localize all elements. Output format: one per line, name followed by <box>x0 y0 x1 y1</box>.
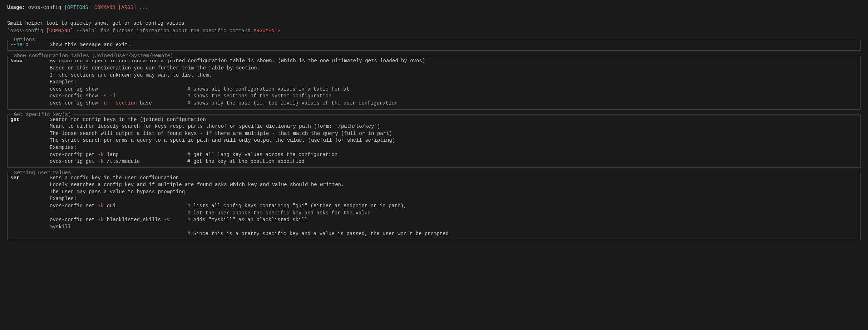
usage-args: [ARGS] <box>118 5 136 10</box>
set-section-box: Setting user values set Sets a config ke… <box>7 173 861 240</box>
set-ex1-flags: -k <box>98 203 104 209</box>
set-ex2-flags1: -k <box>98 217 104 223</box>
get-examples-label: Examples: <box>50 144 858 151</box>
set-ex2-comment2: # Since this is a pretty specific key an… <box>187 230 449 238</box>
show-ex3-comment: # shows only the base (ie. top level) va… <box>187 100 398 107</box>
show-ex1-comment: # shows all the configuration values in … <box>187 86 350 93</box>
set-ex2-comment: # Adds "myskill" as an blacklisted skill <box>187 217 307 230</box>
usage-label: Usage: <box>7 5 25 10</box>
options-box: Options --help Show this message and exi… <box>7 40 861 51</box>
show-ex3-flags: -u --section <box>101 100 137 106</box>
get-ex1-flags: -k <box>98 152 104 157</box>
help-desc: Show this message and exit. <box>50 42 858 49</box>
set-ex1-comment2: # let the user choose the specific key a… <box>187 210 370 217</box>
show-section-box: Show configuration tables (Joined/User/S… <box>7 56 861 109</box>
usage-options: [OPTIONS] <box>64 5 92 10</box>
get-line4: The strict search performs a query to a … <box>50 137 858 144</box>
show-section-title: Show configuration tables (Joined/User/S… <box>12 53 175 60</box>
options-title: Options <box>12 37 37 44</box>
get-line1: Search for config keys in the (joined) c… <box>50 116 858 123</box>
usage-cmd: ovos-config <box>28 5 61 10</box>
get-section-title: Get specific key(s) <box>12 111 73 118</box>
get-section-box: Get specific key(s) get Search for confi… <box>7 115 861 168</box>
get-line2: Meant to either loosely search for keys … <box>50 123 858 130</box>
show-ex2-flags: -s -l <box>101 93 116 99</box>
set-section-title: Setting user values <box>12 170 73 177</box>
get-line3: The loose search will output a list of f… <box>50 130 858 137</box>
get-ex2-comment: # get the key at the position specified <box>187 158 305 165</box>
set-ex1-comment: # lists all config keys containing "gui"… <box>187 203 406 210</box>
get-ex2-flags: -k <box>98 159 104 164</box>
description-line1: Small helper tool to quickly show, get o… <box>7 20 861 27</box>
show-examples-label: Examples: <box>50 79 858 86</box>
set-line3: The user may pass a value to bypass prom… <box>50 189 858 196</box>
show-line3: If the sections are unknown you may want… <box>50 72 858 79</box>
usage-ellipsis: ... <box>139 5 148 10</box>
usage-line: Usage: ovos-config [OPTIONS] COMMAND [AR… <box>7 4 861 11</box>
set-line1: Sets a config key in the user configurat… <box>50 175 858 182</box>
usage-command: COMMAND <box>94 5 115 10</box>
description-line2: `ovos-config [COMMAND] --help` for furth… <box>7 28 861 35</box>
set-examples-label: Examples: <box>50 195 858 203</box>
show-ex2-comment: # shows the sections of the system confi… <box>187 93 331 100</box>
show-line2: Based on this consideration you can furt… <box>50 65 858 72</box>
set-line2: Loosly searches a config key and if mult… <box>50 181 858 189</box>
set-ex2-flags2: -v <box>164 217 170 223</box>
options-help-row: --help Show this message and exit. <box>10 42 858 49</box>
get-ex1-comment: # get all lang key values across the con… <box>187 151 337 159</box>
show-ex1-cmd: ovos-config show <box>50 86 187 93</box>
